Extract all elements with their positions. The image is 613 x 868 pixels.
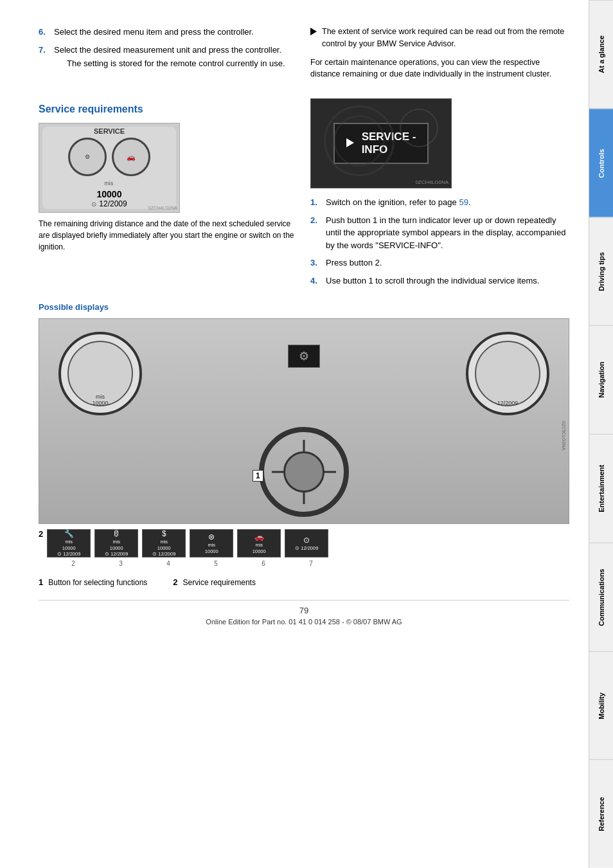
dashboard-image: mis10000 12/2009 ⚙ 1 0ZC5CLG0NA bbox=[39, 318, 569, 524]
sidebar-tab-at-a-glance[interactable]: At a glance bbox=[589, 0, 613, 109]
steering-wheel bbox=[259, 427, 349, 517]
display-box-2: 🔧 mis10000 ⊙ 12/2009 bbox=[47, 529, 91, 557]
cluster-image-right: SERVICE - INFO 0ZCH4LG0NA bbox=[310, 98, 452, 188]
sidebar-tab-reference[interactable]: Reference bbox=[589, 759, 613, 868]
sidebar-tab-mobility[interactable]: Mobility bbox=[589, 651, 613, 760]
display-3-mileage: mis10000 bbox=[110, 539, 123, 552]
display-item-2: 🔧 mis10000 ⊙ 12/2009 bbox=[47, 529, 91, 557]
dash-gauge-left: mis10000 bbox=[58, 332, 142, 415]
display-box-3: 🛢 mis10000 ⊙ 12/2009 bbox=[94, 529, 138, 557]
left-gauge: ⚙ bbox=[68, 138, 107, 176]
step-2: 2. Push button 1 in the turn indicator l… bbox=[310, 214, 569, 252]
disp-num-6: 6 bbox=[242, 560, 285, 567]
bg-gauge-inner bbox=[333, 115, 385, 167]
mileage-block: 🚗 bbox=[112, 138, 150, 176]
date-value: 12/2009 bbox=[99, 199, 127, 208]
legend-text-1: Button for selecting functions bbox=[48, 578, 147, 587]
unit-label: mis bbox=[104, 180, 127, 186]
steering-center bbox=[283, 451, 324, 493]
step-6: 6. Select the desired menu item and pres… bbox=[39, 26, 298, 39]
right-sidebar: At a glance Controls Driving tips Naviga… bbox=[589, 0, 613, 868]
disp-num-3: 3 bbox=[99, 560, 143, 567]
display-item-3: 🛢 mis10000 ⊙ 12/2009 bbox=[94, 529, 138, 557]
display-item-7: ⊙ ⊙ 12/2009 bbox=[285, 529, 328, 557]
step-4: 4. Use button 1 to scroll through the in… bbox=[310, 275, 569, 287]
image-ref-right: 0ZCH4LG0NA bbox=[415, 179, 449, 185]
steps-container: 1. Switch on the ignition, refer to page… bbox=[310, 196, 569, 287]
service-label: SERVICE bbox=[94, 127, 125, 135]
disp-num-4: 4 bbox=[147, 560, 190, 567]
maintenance-para: For certain maintenance operations, you … bbox=[310, 57, 569, 81]
legend-row: 1 Button for selecting functions 2 Servi… bbox=[39, 577, 569, 587]
dash-gauge-right: 12/2009 bbox=[466, 332, 549, 415]
gauge-row: ⚙ 🚗 bbox=[68, 138, 150, 176]
mileage-value: 10000 bbox=[91, 189, 127, 199]
display-item-6: 🚗 mis10000 bbox=[237, 529, 281, 557]
clock-icon: ⊙ bbox=[91, 201, 96, 208]
display-box-6: 🚗 mis10000 bbox=[237, 529, 281, 557]
step-7-text: Select the desired measurement unit and … bbox=[54, 44, 298, 73]
display-box-5: ⊛ mis10000 bbox=[190, 529, 233, 557]
legend-num-2: 2 bbox=[173, 577, 177, 587]
gauge-right-inner bbox=[475, 341, 540, 406]
step-2-number: 2. bbox=[310, 214, 323, 252]
page-footer: 79 Online Edition for Part no. 01 41 0 0… bbox=[39, 600, 569, 626]
display-item-4: $ mis10000 ⊙ 12/2009 bbox=[142, 529, 186, 557]
dash-center-display: ⚙ bbox=[288, 345, 320, 368]
date-row: ⊙ 12/2009 bbox=[91, 199, 127, 208]
legend-text-2: Service requirements bbox=[183, 578, 256, 587]
mileage-display: mis 10000 ⊙ 12/2009 bbox=[91, 180, 127, 208]
sidebar-tab-communications[interactable]: Communications bbox=[589, 543, 613, 651]
oil-icon: 🛢 bbox=[112, 529, 120, 538]
step-1-link[interactable]: 59 bbox=[459, 197, 468, 207]
power-icon: ⊙ bbox=[303, 536, 310, 545]
footer-text: Online Edition for Part no. 01 41 0 014 … bbox=[39, 618, 569, 626]
image-ref-dash: 0ZC5CLG0NA bbox=[562, 421, 566, 450]
dollar-icon: $ bbox=[162, 529, 166, 538]
step-1-text: Switch on the ignition, refer to page 59… bbox=[326, 196, 569, 209]
service-note: The extent of service work required can … bbox=[310, 26, 569, 50]
legend-num-1: 1 bbox=[39, 577, 43, 587]
display-item-numbers: 2 3 4 5 6 7 bbox=[39, 560, 569, 567]
service-description: The remaining driving distance and the d… bbox=[39, 218, 298, 253]
disp-num-7: 7 bbox=[289, 560, 333, 567]
display-5-mileage: mis10000 bbox=[205, 542, 218, 555]
service-requirements-heading: Service requirements bbox=[39, 104, 298, 115]
step-6-number: 6. bbox=[39, 26, 51, 39]
brake-icon: ⊛ bbox=[208, 532, 215, 541]
step-3: 3. Press button 2. bbox=[310, 257, 569, 269]
step-1-number: 1. bbox=[310, 196, 323, 209]
display-2-date: ⊙ 12/2009 bbox=[57, 551, 80, 557]
sidebar-tab-controls[interactable]: Controls bbox=[589, 109, 613, 217]
step-7-number: 7. bbox=[39, 44, 51, 73]
car-icon: 🚗 bbox=[127, 153, 136, 161]
sidebar-tab-driving-tips[interactable]: Driving tips bbox=[589, 217, 613, 326]
dash-symbol: ⚙ bbox=[299, 349, 309, 363]
cluster-image-left: SERVICE ⚙ bbox=[39, 123, 180, 213]
wrench-icon: 🔧 bbox=[64, 529, 74, 538]
sidebar-tab-entertainment[interactable]: Entertainment bbox=[589, 434, 613, 543]
disp-num-2: 2 bbox=[51, 560, 95, 567]
image-ref-left: 0ZCH4LG0NA bbox=[148, 206, 177, 210]
display-item-num-label: 2 bbox=[39, 529, 43, 557]
step-6-text: Select the desired menu item and press t… bbox=[54, 26, 298, 39]
right-gauge: 🚗 bbox=[112, 138, 150, 176]
disp-num-5: 5 bbox=[194, 560, 238, 567]
display-num-2-badge: 2 bbox=[39, 529, 43, 539]
play-triangle-icon bbox=[310, 28, 317, 35]
bg-gauge-right bbox=[400, 109, 438, 147]
car2-icon: 🚗 bbox=[254, 532, 264, 541]
gauge-right-label: 12/2009 bbox=[497, 400, 519, 406]
step-4-number: 4. bbox=[310, 275, 323, 287]
legend-item-2: 2 Service requirements bbox=[173, 577, 256, 587]
gauge-inner: ⚙ bbox=[85, 154, 90, 160]
display-4-date: ⊙ 12/2009 bbox=[152, 551, 175, 557]
gauge-left-label: mis10000 bbox=[92, 393, 108, 406]
display-box-7: ⊙ ⊙ 12/2009 bbox=[285, 529, 328, 557]
step-7: 7. Select the desired measurement unit a… bbox=[39, 44, 298, 73]
button-label-1: 1 bbox=[253, 470, 263, 482]
display-item-5: ⊛ mis10000 bbox=[190, 529, 233, 557]
display-items-row: 2 🔧 mis10000 ⊙ 12/2009 🛢 mis10000 ⊙ 12/2… bbox=[39, 529, 569, 557]
sidebar-tab-navigation[interactable]: Navigation bbox=[589, 325, 613, 434]
display-box-4: $ mis10000 ⊙ 12/2009 bbox=[142, 529, 186, 557]
